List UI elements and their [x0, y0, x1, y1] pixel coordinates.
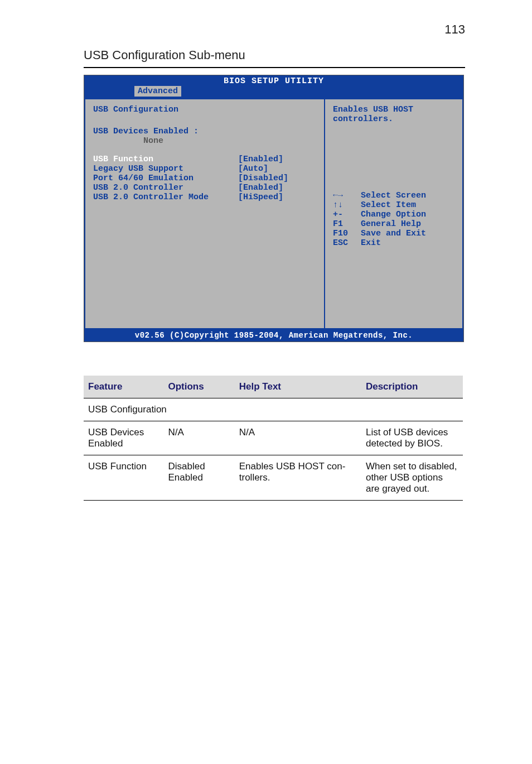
bios-row-usb20-controller[interactable]: USB 2.0 Controller [Enabled]	[93, 183, 316, 193]
cell-help: N/A	[235, 421, 361, 455]
key-desc: Select Screen	[361, 191, 426, 200]
bios-row-value: [Disabled]	[238, 174, 288, 183]
key-desc: General Help	[361, 219, 421, 229]
bios-key-row: F1General Help	[333, 219, 454, 229]
page-content: USB Configuration Sub-menu BIOS SETUP UT…	[0, 48, 532, 534]
section-title: USB Configuration Sub-menu	[84, 48, 465, 63]
bios-row-value: [Auto]	[238, 164, 268, 174]
cell-options: N/A	[163, 421, 234, 455]
bios-help-text: Enables USB HOST	[333, 105, 454, 114]
bios-row-label: Port 64/60 Emulation	[93, 174, 238, 183]
cell-options: Disabled Enabled	[163, 455, 234, 501]
bios-row-label: Legacy USB Support	[93, 164, 238, 174]
bios-row-legacy-usb[interactable]: Legacy USB Support [Auto]	[93, 164, 316, 174]
key: +-	[333, 210, 361, 219]
th-desc: Description	[361, 376, 463, 398]
bios-tabbar: Advanced	[84, 86, 463, 98]
bios-row-usb-function[interactable]: USB Function [Enabled]	[93, 155, 316, 164]
th-options: Options	[163, 376, 234, 398]
key: F10	[333, 229, 361, 238]
th-feature: Feature	[84, 376, 163, 398]
cell-feature: USB Func­tion	[84, 455, 163, 501]
key: ↑↓	[333, 200, 361, 210]
cell-desc: List of USB devices detected by BIOS.	[361, 421, 463, 455]
bios-footer: v02.56 (C)Copyright 1985-2004, American …	[84, 329, 463, 342]
title-underline	[84, 67, 465, 68]
bios-left-pane: USB Configuration USB Devices Enabled : …	[85, 99, 324, 328]
bios-key-row: F10Save and Exit	[333, 229, 454, 238]
page-number: 113	[0, 0, 532, 48]
bios-row-value: [Enabled]	[238, 155, 283, 164]
bios-row-value: [Enabled]	[238, 183, 283, 193]
bios-help-text: controllers.	[333, 114, 454, 124]
cell-help: Enables USB HOST con­trollers.	[235, 455, 361, 501]
key-desc: Exit	[361, 238, 381, 248]
key-desc: Save and Exit	[361, 229, 426, 238]
key: ←→	[333, 191, 361, 200]
bios-screenshot: BIOS SETUP UTILITY Advanced USB Configur…	[84, 75, 464, 342]
key-desc: Change Option	[361, 210, 426, 219]
feature-table: Feature Options Help Text Description US…	[84, 376, 463, 501]
key-desc: Select Item	[361, 200, 416, 210]
key: ESC	[333, 238, 361, 248]
bios-row-usb20-mode[interactable]: USB 2.0 Controller Mode [HiSpeed]	[93, 193, 316, 202]
th-help: Help Text	[235, 376, 361, 398]
key: F1	[333, 219, 361, 229]
bios-row-label: USB Function	[93, 155, 238, 164]
bios-key-row: +-Change Option	[333, 210, 454, 219]
bios-row-label: USB 2.0 Controller Mode	[93, 193, 238, 202]
bios-key-row: ESCExit	[333, 238, 454, 248]
table-row: USB Func­tion Disabled Enabled Enables U…	[84, 455, 463, 501]
table-row: USB Devices Enabled N/A N/A List of USB …	[84, 421, 463, 455]
bios-tab-advanced[interactable]: Advanced	[134, 86, 181, 97]
table-subheading: USB Configuration	[84, 398, 463, 421]
bios-key-help: ←→Select Screen ↑↓Select Item +-Change O…	[333, 191, 454, 248]
bios-right-pane: Enables USB HOST controllers. ←→Select S…	[325, 99, 462, 328]
bios-key-row: ←→Select Screen	[333, 191, 454, 200]
bios-key-row: ↑↓Select Item	[333, 200, 454, 210]
bios-devices-value: None	[93, 136, 316, 146]
bios-row-value: [HiSpeed]	[238, 193, 283, 202]
bios-row-port-emulation[interactable]: Port 64/60 Emulation [Disabled]	[93, 174, 316, 183]
bios-title: BIOS SETUP UTILITY	[84, 75, 463, 86]
bios-row-label: USB 2.0 Controller	[93, 183, 238, 193]
table-subheading-row: USB Configuration	[84, 398, 463, 421]
table-header-row: Feature Options Help Text Description	[84, 376, 463, 398]
bios-devices-label: USB Devices Enabled :	[93, 127, 316, 136]
cell-feature: USB Devices Enabled	[84, 421, 163, 455]
cell-desc: When set to dis­abled, other USB options…	[361, 455, 463, 501]
bios-heading: USB Configuration	[93, 105, 316, 114]
